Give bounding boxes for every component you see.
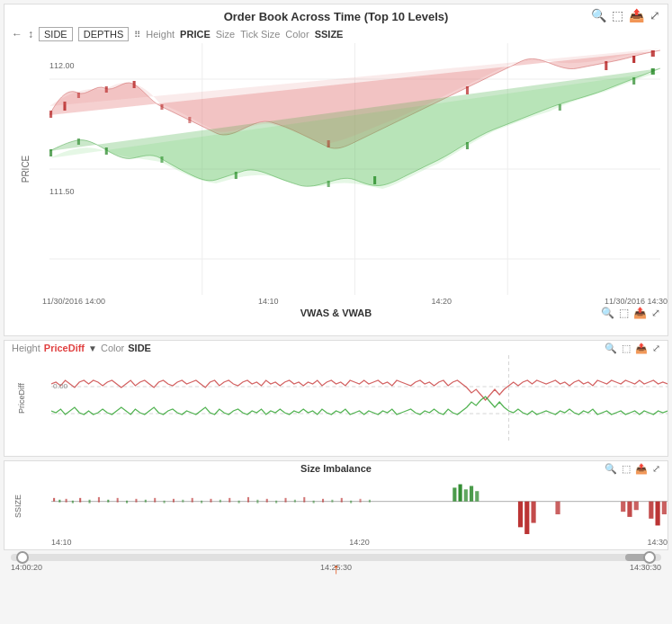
bot-chart-svg xyxy=(51,476,668,534)
mid-height-value: PriceDiff xyxy=(44,343,85,353)
svg-rect-11 xyxy=(160,104,163,110)
svg-rect-73 xyxy=(470,486,473,501)
timeline: 14:00:20 14:25:30 14:30:30 ↑ xyxy=(4,552,668,579)
svg-rect-40 xyxy=(98,497,100,503)
nav-updown-icon[interactable]: ↕ xyxy=(28,28,33,40)
mid-search-icon[interactable]: 🔍 xyxy=(605,343,617,354)
select-region-icon[interactable]: ⬚ xyxy=(612,8,623,22)
svg-text:0.00: 0.00 xyxy=(53,382,68,390)
svg-rect-61 xyxy=(294,500,296,503)
scrollbar-track[interactable] xyxy=(11,554,661,561)
bot-expand-icon[interactable]: ⤢ xyxy=(652,463,660,475)
svg-rect-79 xyxy=(621,502,625,512)
color-value: SSIZE xyxy=(315,29,344,40)
bot-select-icon[interactable]: ⬚ xyxy=(622,463,631,475)
mid-expand-icon[interactable]: ⤢ xyxy=(652,343,660,354)
size-label: Size xyxy=(216,29,235,40)
vwas-search-icon[interactable]: 🔍 xyxy=(601,307,614,319)
svg-rect-18 xyxy=(49,149,52,156)
svg-rect-46 xyxy=(154,498,156,503)
svg-rect-59 xyxy=(275,501,277,504)
bot-x-tick-2: 14:30 xyxy=(647,538,668,547)
arrow-indicator-icon: ↑ xyxy=(333,561,340,577)
bot-chart[interactable] xyxy=(51,476,668,534)
mid-panel: Height PriceDiff ▼ Color SIDE 🔍 ⬚ 📤 ⤢ Pr… xyxy=(4,340,668,457)
mid-dropdown-icon[interactable]: ▼ xyxy=(88,343,97,353)
mid-toolbar: Height PriceDiff ▼ Color SIDE xyxy=(4,341,668,355)
svg-rect-49 xyxy=(182,500,184,503)
svg-rect-62 xyxy=(303,497,305,503)
svg-rect-60 xyxy=(284,498,286,503)
svg-rect-69 xyxy=(369,500,371,503)
svg-rect-34 xyxy=(53,498,55,502)
top-panel-title: Order Book Across Time (Top 10 Levels) xyxy=(4,4,668,25)
mid-chart[interactable]: 0.00 xyxy=(51,355,668,441)
main-container: Order Book Across Time (Top 10 Levels) 🔍… xyxy=(0,0,672,624)
depths-tag[interactable]: DEPTHS xyxy=(78,27,130,41)
svg-rect-67 xyxy=(350,501,352,504)
vwas-export-icon[interactable]: 📤 xyxy=(633,307,647,319)
grid-icon[interactable]: ⠿ xyxy=(134,30,140,40)
svg-rect-35 xyxy=(58,500,60,503)
top-chart-inner[interactable]: 112.00 111.50 xyxy=(49,43,660,295)
svg-rect-66 xyxy=(341,498,343,503)
svg-rect-64 xyxy=(322,499,324,503)
scrollbar-handle-left[interactable] xyxy=(16,551,29,564)
svg-rect-36 xyxy=(66,499,67,503)
x-tick-1: 14:10 xyxy=(258,297,279,306)
scrollbar-handle-right[interactable] xyxy=(643,551,656,564)
svg-rect-63 xyxy=(313,501,315,504)
vwas-select-icon[interactable]: ⬚ xyxy=(619,307,629,319)
svg-rect-70 xyxy=(452,487,456,501)
x-tick-3: 11/30/2016 14:30 xyxy=(605,297,668,306)
svg-rect-54 xyxy=(228,498,230,503)
svg-rect-81 xyxy=(634,502,639,511)
export-icon[interactable]: 📤 xyxy=(629,8,644,22)
color-label: Color xyxy=(285,29,309,40)
vwas-expand-icon[interactable]: ⤢ xyxy=(651,307,660,319)
svg-rect-78 xyxy=(555,502,560,514)
bot-chart-container: SSIZE xyxy=(4,476,668,537)
top-panel: Order Book Across Time (Top 10 Levels) 🔍… xyxy=(4,4,668,336)
svg-rect-74 xyxy=(475,491,479,501)
mid-panel-icons: 🔍 ⬚ 📤 ⤢ xyxy=(605,343,660,354)
mid-color-value: SIDE xyxy=(128,343,151,353)
top-chart-area: PRICE 112.00 111.50 xyxy=(12,43,660,295)
svg-rect-84 xyxy=(662,502,667,514)
mid-select-icon[interactable]: ⬚ xyxy=(622,343,631,354)
vwas-label: VWAS & VWAB xyxy=(4,306,668,320)
svg-rect-68 xyxy=(360,499,362,503)
mid-export-icon[interactable]: 📤 xyxy=(635,343,648,354)
svg-rect-50 xyxy=(192,498,193,503)
top-x-axis: 11/30/2016 14:00 14:10 14:20 11/30/2016 … xyxy=(4,295,668,306)
expand-icon[interactable]: ⤢ xyxy=(650,8,660,22)
svg-rect-14 xyxy=(466,86,469,94)
side-tag[interactable]: SIDE xyxy=(39,27,73,41)
height-label: Height xyxy=(146,29,175,40)
bot-search-icon[interactable]: 🔍 xyxy=(605,463,617,475)
svg-rect-17 xyxy=(651,50,655,57)
svg-rect-76 xyxy=(524,502,529,534)
x-tick-2: 14:20 xyxy=(431,297,452,306)
top-panel-icons: 🔍 ⬚ 📤 ⤢ xyxy=(591,8,660,22)
bot-panel: Size Imbalance 🔍 ⬚ 📤 ⤢ SSIZE xyxy=(4,460,668,550)
svg-rect-6 xyxy=(49,111,52,118)
bot-export-icon[interactable]: 📤 xyxy=(635,463,648,475)
timeline-label-2: 14:30:30 xyxy=(630,563,661,572)
mid-height-label: Height xyxy=(12,343,40,353)
svg-rect-47 xyxy=(164,501,166,504)
svg-rect-43 xyxy=(126,501,128,504)
mid-chart-svg: 0.00 xyxy=(51,355,668,441)
mid-y-label: PriceDiff xyxy=(17,383,26,414)
nav-left-icon[interactable]: ← xyxy=(12,28,22,40)
svg-rect-83 xyxy=(656,502,660,526)
search-icon[interactable]: 🔍 xyxy=(591,8,606,22)
svg-rect-57 xyxy=(256,500,258,504)
mid-chart-container: PriceDiff 0.00 xyxy=(4,355,668,441)
svg-rect-71 xyxy=(459,485,462,502)
svg-rect-77 xyxy=(531,502,535,523)
svg-rect-80 xyxy=(627,502,632,517)
bot-x-tick-1: 14:20 xyxy=(349,538,370,547)
mid-color-label: Color xyxy=(101,343,124,353)
svg-rect-39 xyxy=(89,500,91,504)
